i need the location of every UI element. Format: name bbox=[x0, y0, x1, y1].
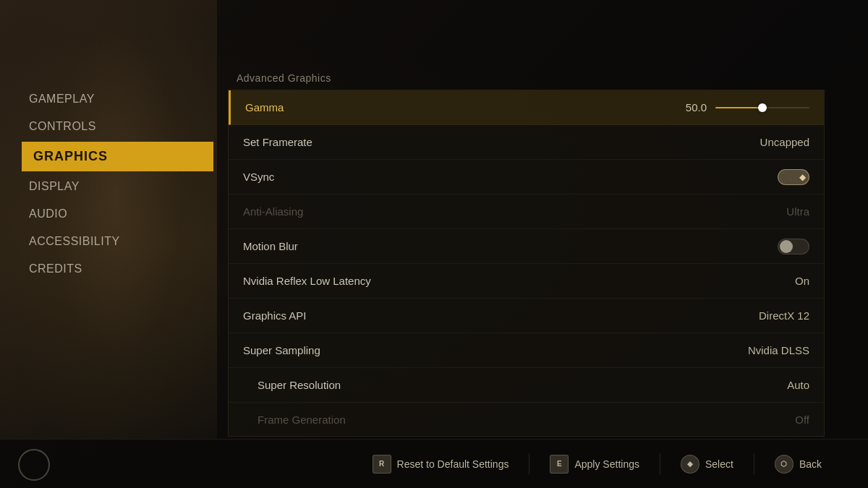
setting-label-vsync: VSync bbox=[243, 171, 274, 183]
setting-label-frame-generation: Frame Generation bbox=[258, 414, 346, 426]
slider-track-gamma[interactable] bbox=[715, 107, 809, 108]
setting-row-anti-aliasing[interactable]: Anti-AliasingUltra bbox=[229, 194, 824, 229]
setting-row-gamma[interactable]: Gamma50.0 bbox=[229, 90, 824, 125]
toggle-motion-blur[interactable] bbox=[778, 239, 809, 254]
divider-3 bbox=[754, 453, 754, 475]
bottom-action-back[interactable]: ⬡Back bbox=[757, 455, 839, 474]
settings-panel: Gamma50.0Set FramerateUncappedVSyncAnti-… bbox=[228, 90, 825, 437]
bottom-action-select[interactable]: ◆Select bbox=[663, 455, 751, 474]
setting-row-set-framerate[interactable]: Set FramerateUncapped bbox=[229, 125, 824, 160]
action-key-back: ⬡ bbox=[775, 455, 793, 474]
setting-label-nvidia-reflex: Nvidia Reflex Low Latency bbox=[243, 275, 371, 287]
sidebar-item-audio[interactable]: AUDIO bbox=[29, 202, 213, 226]
setting-value-container-gamma: 50.0 bbox=[649, 101, 809, 114]
setting-value-container-set-framerate: Uncapped bbox=[752, 136, 809, 148]
slider-thumb-gamma bbox=[758, 103, 767, 112]
action-label-back: Back bbox=[799, 458, 822, 470]
action-label-apply: Apply Settings bbox=[574, 458, 639, 470]
setting-value-set-framerate: Uncapped bbox=[752, 136, 809, 148]
setting-row-vsync[interactable]: VSync bbox=[229, 160, 824, 194]
bottom-action-reset[interactable]: RReset to Default Settings bbox=[355, 455, 527, 474]
setting-label-graphics-api: Graphics API bbox=[243, 309, 307, 322]
action-label-reset: Reset to Default Settings bbox=[397, 458, 509, 470]
sidebar-item-gameplay[interactable]: GAMEPLAY bbox=[29, 87, 213, 111]
setting-label-anti-aliasing: Anti-Aliasing bbox=[243, 205, 303, 218]
sidebar: GAMEPLAYCONTROLSGRAPHICSDISPLAYAUDIOACCE… bbox=[0, 0, 213, 488]
sidebar-item-accessibility[interactable]: ACCESSIBILITY bbox=[29, 229, 213, 254]
setting-label-super-resolution: Super Resolution bbox=[258, 379, 341, 391]
setting-label-super-sampling: Super Sampling bbox=[243, 344, 320, 356]
setting-value-container-frame-generation: Off bbox=[752, 414, 809, 426]
setting-value-container-graphics-api: DirectX 12 bbox=[752, 309, 809, 322]
sidebar-item-display[interactable]: DISPLAY bbox=[29, 174, 213, 199]
setting-value-container-motion-blur bbox=[778, 239, 809, 254]
setting-row-frame-generation[interactable]: Frame GenerationOff bbox=[229, 403, 824, 437]
divider-1 bbox=[529, 453, 529, 475]
toggle-knob-motion-blur bbox=[780, 240, 793, 253]
main-content: Advanced Graphics Gamma50.0Set Framerate… bbox=[213, 0, 868, 488]
setting-value-super-sampling: Nvidia DLSS bbox=[748, 344, 809, 356]
setting-label-set-framerate: Set Framerate bbox=[243, 136, 312, 148]
circle-button-icon bbox=[18, 449, 50, 481]
setting-label-motion-blur: Motion Blur bbox=[243, 240, 298, 252]
action-key-select: ◆ bbox=[681, 455, 699, 474]
sidebar-item-credits[interactable]: CREDITS bbox=[29, 257, 213, 281]
setting-row-super-resolution[interactable]: Super ResolutionAuto bbox=[229, 368, 824, 403]
setting-value-container-vsync bbox=[778, 169, 809, 185]
setting-row-nvidia-reflex[interactable]: Nvidia Reflex Low LatencyOn bbox=[229, 264, 824, 299]
setting-value-container-nvidia-reflex: On bbox=[752, 275, 809, 287]
setting-value-container-super-resolution: Auto bbox=[752, 379, 809, 391]
main-container: GAMEPLAYCONTROLSGRAPHICSDISPLAYAUDIOACCE… bbox=[0, 0, 868, 488]
divider-2 bbox=[660, 453, 660, 475]
setting-row-motion-blur[interactable]: Motion Blur bbox=[229, 229, 824, 264]
setting-value-container-super-sampling: Nvidia DLSS bbox=[748, 344, 809, 356]
bottom-action-apply[interactable]: EApply Settings bbox=[532, 455, 657, 474]
setting-value-container-anti-aliasing: Ultra bbox=[752, 205, 809, 218]
setting-label-gamma: Gamma bbox=[245, 101, 284, 114]
action-key-apply: E bbox=[550, 455, 569, 474]
bottom-bar: RReset to Default SettingsEApply Setting… bbox=[0, 439, 868, 488]
setting-value-frame-generation: Off bbox=[752, 414, 809, 426]
sidebar-item-controls[interactable]: CONTROLS bbox=[29, 114, 213, 139]
setting-value-gamma: 50.0 bbox=[649, 101, 707, 114]
setting-row-super-sampling[interactable]: Super SamplingNvidia DLSS bbox=[229, 333, 824, 368]
setting-value-super-resolution: Auto bbox=[752, 379, 809, 391]
toggle-vsync[interactable] bbox=[778, 169, 809, 185]
setting-row-graphics-api[interactable]: Graphics APIDirectX 12 bbox=[229, 299, 824, 333]
setting-value-nvidia-reflex: On bbox=[752, 275, 809, 287]
section-title: Advanced Graphics bbox=[228, 72, 825, 84]
setting-value-anti-aliasing: Ultra bbox=[752, 205, 809, 218]
slider-fill-gamma bbox=[715, 107, 762, 108]
sidebar-item-graphics[interactable]: GRAPHICS bbox=[22, 142, 213, 171]
action-label-select: Select bbox=[705, 458, 733, 470]
setting-value-graphics-api: DirectX 12 bbox=[752, 309, 809, 322]
action-key-reset: R bbox=[373, 455, 391, 474]
